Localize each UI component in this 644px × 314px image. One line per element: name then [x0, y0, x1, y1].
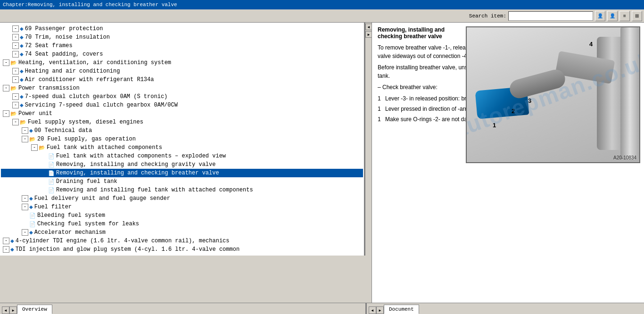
tree-label-5: Heating, ventilation, air conditioning s… [18, 59, 171, 66]
blue-diamond-icon-3: ◆ [20, 42, 24, 50]
expand-icon-25[interactable]: - [22, 229, 28, 236]
tree-label-21: Fuel delivery unit and fuel gauge sender [34, 195, 170, 202]
expand-icon-4[interactable]: - [12, 51, 19, 58]
expand-icon-15[interactable]: - [31, 144, 38, 151]
img-label-1: 1 [493, 122, 496, 129]
tree-label-11: Power unit [18, 110, 52, 117]
tree-item-26[interactable]: -◆4-cylinder TDI engine (1.6 ltr. 4-valv… [1, 237, 363, 245]
scroll-right-btn[interactable]: ► [9, 306, 17, 314]
blue-diamond-icon-1: ◆ [20, 25, 24, 33]
tree-item-1[interactable]: -◆69 Passenger protection [1, 25, 363, 33]
tree-label-24: Checking fuel system for leaks [37, 221, 139, 227]
expand-icon-12[interactable]: - [12, 119, 19, 125]
menu-btn[interactable]: ≡ [619, 11, 630, 21]
tree-item-3[interactable]: -◆72 Seat frames [1, 41, 363, 50]
search-label: Search item: [469, 13, 506, 19]
expand-icon-6[interactable]: - [12, 68, 19, 74]
tree-item-19[interactable]: 📄Draining fuel tank [1, 177, 363, 186]
tree-label-13: 00 Technical data [34, 127, 92, 134]
expand-icon-14[interactable]: - [22, 136, 28, 142]
tree-item-7[interactable]: -◆Air conditioner with refrigerant R134a [1, 75, 363, 84]
tree-label-3: 72 Seat frames [25, 42, 73, 49]
options-btn[interactable]: ⊞ [632, 11, 642, 21]
expand-icon-9[interactable]: - [12, 93, 19, 100]
expand-icon-10[interactable]: - [12, 102, 19, 108]
user-btn-2[interactable]: 👤 [607, 11, 618, 21]
expand-icon-13[interactable]: - [22, 127, 28, 134]
tree-panel: -◆69 Passenger protection-◆70 Trim, nois… [0, 23, 365, 256]
tree-label-8: Power transmission [18, 85, 80, 91]
blue-diamond-icon-22: ◆ [29, 203, 33, 211]
expand-icon-3[interactable]: - [12, 42, 19, 49]
tree-item-13[interactable]: -◆00 Technical data [1, 126, 363, 135]
tree-label-17: Removing, installing and checking gravit… [56, 161, 215, 168]
tab-document[interactable]: Document [384, 305, 419, 314]
tree-item-4[interactable]: -◆74 Seat padding, covers [1, 50, 363, 58]
tree-item-2[interactable]: -◆70 Trim, noise insulation [1, 33, 363, 41]
search-input[interactable] [508, 11, 593, 21]
folder-icon-11: 📂 [10, 111, 17, 117]
tree-item-24[interactable]: 📄Checking fuel system for leaks [1, 220, 363, 228]
folder-icon-15: 📂 [39, 145, 45, 151]
blue-diamond-icon-6: ◆ [20, 67, 24, 75]
expand-icon-27[interactable]: - [3, 246, 9, 253]
tree-item-27[interactable]: -◆TDI injection and glow plug system (4-… [1, 245, 363, 254]
tree-item-5[interactable]: -📂Heating, ventilation, air conditioning… [1, 58, 363, 67]
tree-label-18: Removing, installing and checking breath… [56, 170, 219, 176]
tree-item-11[interactable]: -📂Power unit [1, 109, 363, 118]
doc-scroll-right[interactable]: ► [376, 306, 384, 314]
toolbar: Search item: 👤 👤 ≡ ⊞ [0, 9, 644, 23]
tree-item-12[interactable]: -📂Fuel supply system, diesel engines [1, 118, 363, 126]
doc-icon-19: 📄 [48, 179, 55, 185]
blue-diamond-icon-26: ◆ [10, 237, 14, 245]
tree-item-10[interactable]: -◆Servicing 7-speed dual clutch gearbox … [1, 101, 363, 109]
tree-item-8[interactable]: -📂Power transmission [1, 84, 363, 92]
tree-item-16[interactable]: 📄Fuel tank with attached components – ex… [1, 152, 363, 160]
doc-scroll-left[interactable]: ◄ [369, 306, 376, 314]
blue-diamond-icon-27: ◆ [10, 246, 14, 253]
expand-icon-22[interactable]: - [22, 204, 28, 210]
scroll-left-btn[interactable]: ◄ [2, 306, 9, 314]
folder-icon-12: 📂 [20, 119, 26, 125]
nav-next[interactable]: ► [365, 31, 372, 38]
tree-item-20[interactable]: 📄Removing and installing fuel tank with … [1, 186, 363, 194]
user-btn-1[interactable]: 👤 [595, 11, 605, 21]
folder-icon-5: 📂 [10, 60, 17, 66]
doc-icon-17: 📄 [48, 162, 55, 168]
expand-icon-11[interactable]: - [3, 110, 9, 117]
main-container: -◆69 Passenger protection-◆70 Trim, nois… [0, 23, 644, 303]
tree-item-18[interactable]: 📄Removing, installing and checking breat… [1, 169, 363, 177]
blue-diamond-icon-2: ◆ [20, 33, 24, 41]
tree-item-22[interactable]: -◆Fuel filter [1, 203, 363, 211]
doc-icon-18: 📄 [48, 170, 55, 176]
expand-icon-1[interactable]: - [12, 25, 19, 32]
tree-item-9[interactable]: -◆7-speed dual clutch gearbox 0AM (S tro… [1, 92, 363, 101]
expand-icon-21[interactable]: - [22, 195, 28, 202]
tree-item-21[interactable]: -◆Fuel delivery unit and fuel gauge send… [1, 194, 363, 203]
tab-overview[interactable]: Overview [17, 305, 52, 314]
expand-icon-8[interactable]: - [3, 85, 9, 91]
tree-item-17[interactable]: 📄Removing, installing and checking gravi… [1, 160, 363, 169]
tree-label-22: Fuel filter [34, 204, 72, 210]
tree-item-23[interactable]: 📄Bleeding fuel system [1, 211, 363, 220]
tree-item-15[interactable]: -📂Fuel tank with attached components [1, 143, 363, 152]
tree-label-15: Fuel tank with attached components [47, 144, 162, 151]
tree-item-14[interactable]: -📂20 Fuel supply, gas operation [1, 135, 363, 143]
blue-diamond-icon-4: ◆ [20, 50, 24, 58]
tree-item-25[interactable]: -◆Accelerator mechanism [1, 228, 363, 237]
right-panel: ◄ ► 1 2 [365, 23, 644, 303]
tree-label-6: Heating and air conditioning [25, 68, 120, 74]
doc-area: 1 2 3 4 autorepman.co.uk A20-10834 Remov… [372, 23, 644, 303]
expand-icon-7[interactable]: - [12, 76, 19, 83]
tree-content: -◆69 Passenger protection-◆70 Trim, nois… [0, 23, 364, 256]
tree-label-27: TDI injection and glow plug system (4-cy… [16, 246, 239, 253]
nav-prev[interactable]: ◄ [365, 24, 372, 30]
blue-diamond-icon-13: ◆ [29, 127, 33, 134]
blue-diamond-icon-10: ◆ [20, 101, 24, 109]
expand-icon-2[interactable]: - [12, 34, 19, 41]
tree-label-23: Bleeding fuel system [37, 212, 105, 219]
image-content: 1 2 3 4 autorepman.co.uk A20-10834 [467, 27, 639, 162]
expand-icon-26[interactable]: - [3, 238, 9, 244]
tree-item-6[interactable]: -◆Heating and air conditioning [1, 67, 363, 75]
expand-icon-5[interactable]: - [3, 59, 9, 66]
